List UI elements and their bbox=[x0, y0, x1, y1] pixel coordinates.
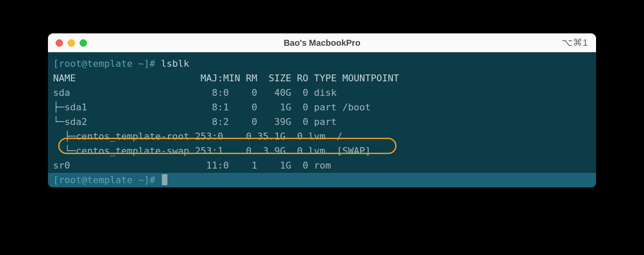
tab-shortcut: ⌥⌘1 bbox=[562, 37, 588, 48]
window-title: Bao's MacbookPro bbox=[283, 38, 360, 48]
command: lsblk bbox=[161, 58, 189, 69]
cursor-icon bbox=[162, 174, 167, 185]
output-row: sr0 11:0 1 1G 0 rom bbox=[48, 158, 596, 173]
prompt-line-2: [root@template ~]# bbox=[48, 173, 596, 187]
terminal-body[interactable]: [root@template ~]# lsblk NAME MAJ:MIN RM… bbox=[48, 52, 596, 187]
prompt-2: [root@template ~]# bbox=[53, 175, 155, 185]
output-row: sda 8:0 0 40G 0 disk bbox=[48, 86, 596, 100]
output-row: └─sda2 8:2 0 39G 0 part bbox=[48, 115, 596, 129]
titlebar[interactable]: Bao's MacbookPro ⌥⌘1 bbox=[48, 33, 596, 52]
output-row: ├─centos_template-root 253:0 0 35.1G 0 l… bbox=[48, 129, 596, 144]
prompt-line-1: [root@template ~]# lsblk bbox=[48, 56, 596, 71]
traffic-lights bbox=[56, 39, 87, 47]
close-icon[interactable] bbox=[56, 39, 63, 47]
output-row-highlighted: └─centos_template-swap 253:1 0 3.9G 0 lv… bbox=[48, 144, 596, 158]
terminal-window: Bao's MacbookPro ⌥⌘1 [root@template ~]# … bbox=[48, 33, 596, 187]
minimize-icon[interactable] bbox=[68, 39, 75, 47]
output-row: ├─sda1 8:1 0 1G 0 part /boot bbox=[48, 100, 596, 115]
output-header: NAME MAJ:MIN RM SIZE RO TYPE MOUNTPOINT bbox=[48, 71, 596, 86]
maximize-icon[interactable] bbox=[80, 39, 87, 47]
prompt-1: [root@template ~]# bbox=[53, 58, 155, 69]
